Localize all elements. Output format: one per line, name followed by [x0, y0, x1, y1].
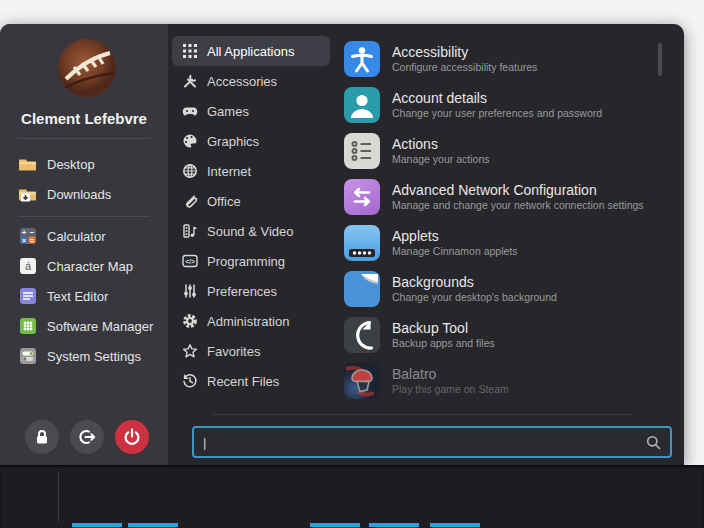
network-configuration-icon [344, 179, 380, 215]
app-title: Actions [392, 136, 489, 153]
category-preferences[interactable]: Preferences [172, 276, 330, 306]
category-graphics[interactable]: Graphics [172, 126, 330, 156]
calculator-icon: +−×= [18, 227, 37, 246]
app-description: Manage Cinnamon applets [392, 245, 518, 258]
category-office[interactable]: Office [172, 186, 330, 216]
app-row-backup-tool[interactable]: Backup Tool Backup apps and files [336, 312, 654, 358]
palette-icon [182, 133, 198, 149]
category-label: Administration [207, 314, 289, 329]
category-label: Programming [207, 254, 285, 269]
folder-icon [18, 155, 37, 174]
category-games[interactable]: Games [172, 96, 330, 126]
account-details-icon [344, 87, 380, 123]
actions-icon [344, 133, 380, 169]
search-divider [213, 414, 633, 415]
svg-text:=: = [29, 237, 33, 244]
running-indicator-mail [430, 523, 480, 527]
category-favorites[interactable]: Favorites [172, 336, 330, 366]
running-indicator-slack [369, 523, 419, 527]
app-title: Backgrounds [392, 274, 557, 291]
star-icon [182, 343, 198, 359]
taskbar: 2 2 $_ @ 2 [0, 465, 704, 528]
sidebar-item-desktop[interactable]: Desktop [0, 149, 168, 179]
app-row-advanced-network-configuration[interactable]: Advanced Network Configuration Manage an… [336, 174, 654, 220]
app-title: Backup Tool [392, 320, 495, 337]
app-row-backgrounds[interactable]: Backgrounds Change your desktop's backgr… [336, 266, 654, 312]
category-label: Games [207, 104, 249, 119]
applets-icon [344, 225, 380, 261]
text-cursor: | [203, 435, 206, 450]
places-list: Desktop Downloads [0, 149, 168, 209]
lock-button[interactable] [25, 420, 59, 454]
category-administration[interactable]: Administration [172, 306, 330, 336]
category-accessories[interactable]: Accessories [172, 66, 330, 96]
app-row-accessibility[interactable]: Accessibility Configure accessibility fe… [336, 36, 654, 82]
app-title: Account details [392, 90, 602, 107]
app-description: Change your user preferences and passwor… [392, 107, 602, 120]
category-sound-video[interactable]: Sound & Video [172, 216, 330, 246]
search-icon [646, 435, 661, 450]
text-editor-icon [18, 287, 37, 306]
category-label: Accessories [207, 74, 277, 89]
svg-text:</>: </> [185, 258, 195, 265]
backgrounds-icon [344, 271, 380, 307]
software-manager-icon [18, 317, 37, 336]
search-input[interactable]: | [192, 426, 672, 458]
category-label: Recent Files [207, 374, 279, 389]
sidebar-item-downloads[interactable]: Downloads [0, 179, 168, 209]
category-label: Internet [207, 164, 251, 179]
app-description: Change your desktop's background [392, 291, 557, 304]
backup-tool-icon [344, 317, 380, 353]
svg-text:á: á [24, 260, 31, 272]
running-indicator-files [72, 523, 122, 527]
sidebar-item-label: Character Map [47, 259, 133, 274]
sidebar-item-label: Text Editor [47, 289, 108, 304]
sidebar-item-system-settings[interactable]: System Settings [0, 341, 168, 371]
app-row-actions[interactable]: Actions Manage your actions [336, 128, 654, 174]
running-indicator-firefox [128, 523, 178, 527]
lock-icon [32, 427, 52, 447]
category-label: Favorites [207, 344, 260, 359]
logout-button[interactable] [70, 420, 104, 454]
avatar[interactable] [58, 39, 116, 97]
power-icon [122, 427, 142, 447]
system-settings-icon [18, 347, 37, 366]
globe-icon [182, 163, 198, 179]
app-row-balatro[interactable]: Balatro Play this game on Steam [336, 358, 654, 404]
app-row-account-details[interactable]: Account details Change your user prefere… [336, 82, 654, 128]
category-label: Preferences [207, 284, 277, 299]
app-description: Play this game on Steam [392, 383, 509, 396]
application-list: Accessibility Configure accessibility fe… [336, 36, 654, 404]
app-description: Manage and change your network connectio… [392, 199, 644, 212]
sidebar-item-text-editor[interactable]: Text Editor [0, 281, 168, 311]
category-label: Graphics [207, 134, 259, 149]
sidebar-item-label: Calculator [47, 229, 106, 244]
sidebar-apps-list: +−×= Calculator á Character Map Text Edi… [0, 221, 168, 371]
app-title: Balatro [392, 366, 509, 383]
gamepad-icon [182, 103, 198, 119]
sidebar-item-calculator[interactable]: +−×= Calculator [0, 221, 168, 251]
sidebar-item-character-map[interactable]: á Character Map [0, 251, 168, 281]
category-internet[interactable]: Internet [172, 156, 330, 186]
app-row-applets[interactable]: Applets Manage Cinnamon applets [336, 220, 654, 266]
category-list: All Applications Accessories Games Graph… [172, 36, 330, 396]
category-programming[interactable]: </> Programming [172, 246, 330, 276]
category-label: All Applications [207, 44, 294, 59]
category-label: Office [207, 194, 241, 209]
running-indicator-terminal [310, 523, 360, 527]
sidebar-item-software-manager[interactable]: Software Manager [0, 311, 168, 341]
power-button[interactable] [115, 420, 149, 454]
menu-sidebar: Clement Lefebvre Desktop Downloads +−×= [0, 24, 168, 465]
balatro-icon [344, 363, 380, 399]
app-title: Applets [392, 228, 518, 245]
category-label: Sound & Video [207, 224, 294, 239]
sidebar-divider [18, 138, 150, 139]
category-recent-files[interactable]: Recent Files [172, 366, 330, 396]
category-all-applications[interactable]: All Applications [172, 36, 330, 66]
scrollbar-thumb[interactable] [658, 43, 662, 76]
application-menu: Clement Lefebvre Desktop Downloads +−×= [0, 24, 684, 465]
app-description: Configure accessibility features [392, 61, 537, 74]
gear-icon [182, 313, 198, 329]
football-avatar-image [58, 39, 116, 97]
sidebar-item-label: Software Manager [47, 319, 153, 334]
